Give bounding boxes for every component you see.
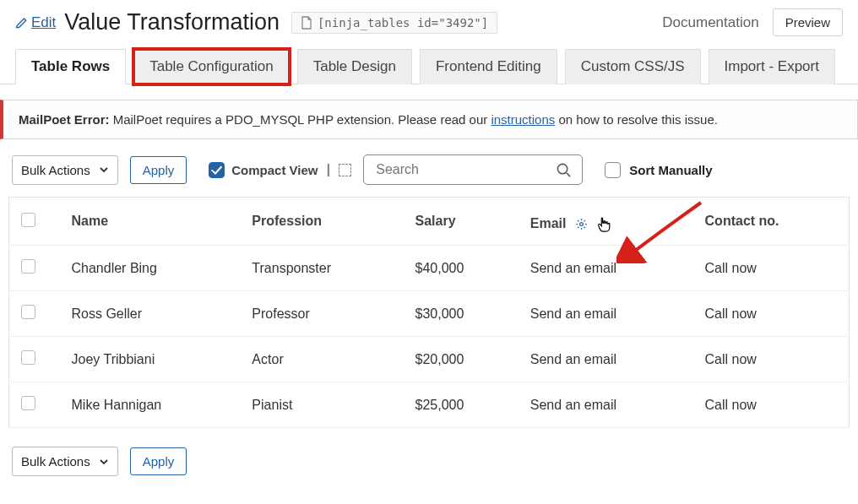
cell-salary: $30,000 <box>403 291 518 337</box>
top-bar: Edit Value Transformation [ninja_tables … <box>0 0 858 48</box>
cell-name: Joey Tribbiani <box>60 337 241 382</box>
bulk-actions-label-bottom: Bulk Actions <box>21 454 90 469</box>
apply-button[interactable]: Apply <box>130 156 187 184</box>
col-name[interactable]: Name <box>60 198 241 246</box>
table-row: Chandler BingTransponster$40,000Send an … <box>9 246 850 291</box>
pencil-icon <box>15 16 28 29</box>
cell-profession: Transponster <box>240 246 403 291</box>
cell-name: Chandler Bing <box>60 246 241 291</box>
documentation-link[interactable]: Documentation <box>662 14 758 31</box>
chevron-down-icon <box>99 165 109 175</box>
search-icon <box>556 162 572 178</box>
row-checkbox[interactable] <box>9 246 60 291</box>
cell-salary: $20,000 <box>403 337 518 382</box>
sort-label: Sort Manually <box>629 163 712 177</box>
cell-email: Send an email <box>519 337 693 382</box>
tab-custom-css-js[interactable]: Custom CSS/JS <box>565 49 701 84</box>
search-input[interactable] <box>374 161 556 178</box>
cell-email: Send an email <box>519 382 693 428</box>
tabs-container: Table RowsTable ConfigurationTable Desig… <box>0 48 858 84</box>
alert-link[interactable]: instructions <box>491 112 555 127</box>
edit-label: Edit <box>31 14 56 31</box>
table-row: Ross GellerProfessor$30,000Send an email… <box>9 291 850 337</box>
bulk-actions-select[interactable]: Bulk Actions <box>12 155 118 185</box>
gear-icon[interactable] <box>575 216 591 230</box>
alert-pre: MailPoet requires a PDO_MYSQL PHP extens… <box>110 112 491 127</box>
col-contact[interactable]: Contact no. <box>693 198 850 246</box>
row-checkbox[interactable] <box>9 382 60 428</box>
svg-point-1 <box>580 223 584 226</box>
cell-profession: Professor <box>240 291 403 337</box>
cell-profession: Pianist <box>240 382 403 428</box>
shortcode-box[interactable]: [ninja_tables id="3492"] <box>291 12 497 34</box>
table-row: Joey TribbianiActor$20,000Send an emailC… <box>9 337 850 382</box>
cell-contact: Call now <box>693 337 850 382</box>
apply-button-bottom[interactable]: Apply <box>130 447 187 475</box>
cell-email: Send an email <box>519 246 693 291</box>
mailpoet-alert: MailPoet Error: MailPoet requires a PDO_… <box>0 100 858 139</box>
separator: | <box>327 161 331 178</box>
cell-contact: Call now <box>693 382 850 428</box>
col-salary[interactable]: Salary <box>403 198 518 246</box>
cell-salary: $25,000 <box>403 382 518 428</box>
tab-table-configuration[interactable]: Table Configuration <box>133 49 289 84</box>
page-icon <box>301 16 312 30</box>
sort-manually-toggle[interactable]: Sort Manually <box>605 162 712 178</box>
footer-toolbar: Bulk Actions Apply <box>0 443 858 491</box>
cell-name: Ross Geller <box>60 291 241 337</box>
search-field[interactable] <box>363 154 583 185</box>
cursor-icon <box>596 221 611 236</box>
col-profession[interactable]: Profession <box>240 198 403 246</box>
page-title: Value Transformation <box>64 9 280 35</box>
compact-checkbox[interactable] <box>209 162 225 178</box>
cell-name: Mike Hannigan <box>60 382 241 428</box>
table-header-row: Name Profession Salary Email <box>9 198 850 246</box>
cell-contact: Call now <box>693 291 850 337</box>
table-row: Mike HanniganPianist$25,000Send an email… <box>9 382 850 428</box>
svg-point-0 <box>558 164 567 173</box>
tab-import-export[interactable]: Import - Export <box>709 49 835 84</box>
shortcode-text: [ninja_tables id="3492"] <box>318 16 488 30</box>
cell-contact: Call now <box>693 246 850 291</box>
select-all-header[interactable] <box>9 198 60 246</box>
chevron-down-icon <box>99 457 109 467</box>
compact-view-toggle[interactable]: Compact View | <box>209 161 351 178</box>
alert-post: on how to resolve this issue. <box>555 112 718 127</box>
toolbar: Bulk Actions Apply Compact View | Sort M… <box>0 154 858 197</box>
cell-email: Send an email <box>519 291 693 337</box>
row-checkbox[interactable] <box>9 291 60 337</box>
sort-checkbox[interactable] <box>605 162 621 178</box>
expand-icon[interactable] <box>339 164 351 176</box>
edit-link[interactable]: Edit <box>15 14 56 31</box>
compact-label: Compact View <box>231 163 318 177</box>
cell-salary: $40,000 <box>403 246 518 291</box>
tab-frontend-editing[interactable]: Frontend Editing <box>420 49 557 84</box>
tab-table-design[interactable]: Table Design <box>297 49 412 84</box>
row-checkbox[interactable] <box>9 337 60 382</box>
preview-button[interactable]: Preview <box>773 8 843 36</box>
col-email-label: Email <box>530 216 567 230</box>
alert-title: MailPoet Error: <box>19 112 110 127</box>
cell-profession: Actor <box>240 337 403 382</box>
bulk-actions-select-bottom[interactable]: Bulk Actions <box>12 447 118 476</box>
bulk-actions-label: Bulk Actions <box>21 163 90 177</box>
col-email[interactable]: Email <box>519 198 693 246</box>
tab-table-rows[interactable]: Table Rows <box>15 49 126 84</box>
data-table: Name Profession Salary Email <box>8 197 850 428</box>
